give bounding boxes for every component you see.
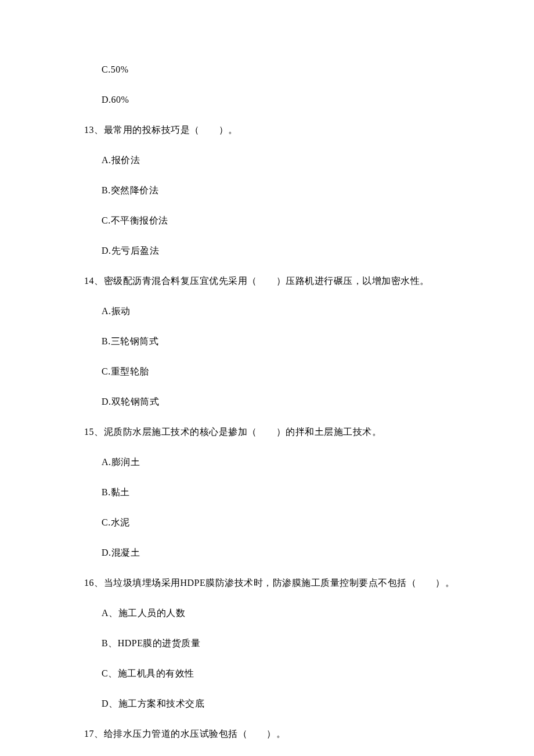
option-item: B.黏土 [84, 485, 456, 499]
option-item: C.不平衡报价法 [84, 214, 456, 228]
question-stem: 17、给排水压力管道的水压试验包括（ ）。 [84, 727, 456, 741]
option-item: D.60% [84, 93, 456, 107]
option-item: D.先亏后盈法 [84, 244, 456, 258]
option-item: A、施工人员的人数 [84, 606, 456, 620]
option-item: D、施工方案和技术交底 [84, 697, 456, 711]
question-number: 16 [84, 578, 94, 588]
option-item: C.水泥 [84, 516, 456, 530]
question-number: 15 [84, 427, 94, 437]
option-item: A.膨润土 [84, 455, 456, 469]
option-item: B.三轮钢筒式 [84, 334, 456, 348]
question-text: 、密级配沥青混合料复压宜优先采用（ ）压路机进行碾压，以增加密水性。 [94, 276, 430, 286]
option-item: C.重型轮胎 [84, 365, 456, 379]
option-item: B.突然降价法 [84, 183, 456, 197]
option-item: B、HDPE膜的进货质量 [84, 636, 456, 650]
option-item: C、施工机具的有效性 [84, 667, 456, 681]
question-stem: 15、泥质防水层施工技术的核心是掺加（ ）的拌和土层施工技术。 [84, 425, 456, 439]
option-item: C.50% [84, 63, 456, 77]
option-item: A.报价法 [84, 153, 456, 167]
option-item: D.双轮钢筒式 [84, 395, 456, 409]
option-item: A.振动 [84, 304, 456, 318]
option-item: D.混凝土 [84, 546, 456, 560]
question-text: 、最常用的投标技巧是（ ）。 [94, 125, 238, 135]
question-text: 、当垃圾填埋场采用HDPE膜防渗技术时，防渗膜施工质量控制要点不包括（ ）。 [94, 578, 454, 588]
question-number: 13 [84, 125, 94, 135]
question-text: 、给排水压力管道的水压试验包括（ ）。 [94, 729, 286, 739]
question-text: 、泥质防水层施工技术的核心是掺加（ ）的拌和土层施工技术。 [94, 427, 381, 437]
question-number: 14 [84, 276, 94, 286]
question-stem: 13、最常用的投标技巧是（ ）。 [84, 123, 456, 137]
question-number: 17 [84, 729, 94, 739]
question-stem: 14、密级配沥青混合料复压宜优先采用（ ）压路机进行碾压，以增加密水性。 [84, 274, 456, 288]
question-stem: 16、当垃圾填埋场采用HDPE膜防渗技术时，防渗膜施工质量控制要点不包括（ ）。 [84, 576, 456, 590]
exam-page: C.50% D.60% 13、最常用的投标技巧是（ ）。 A.报价法 B.突然降… [0, 0, 534, 756]
